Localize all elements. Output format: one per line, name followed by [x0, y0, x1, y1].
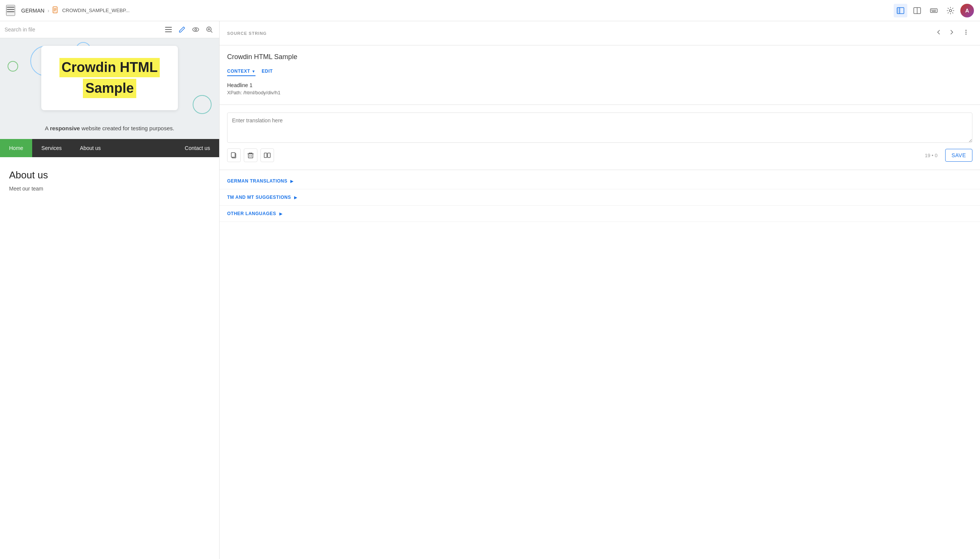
file-type-icon — [52, 7, 59, 15]
svg-point-18 — [949, 10, 952, 12]
svg-rect-1 — [7, 9, 14, 10]
tm-mt-section: TM AND MT SUGGESTIONS ▶ — [219, 189, 980, 206]
tm-mt-header[interactable]: TM AND MT SUGGESTIONS ▶ — [219, 189, 980, 205]
svg-rect-14 — [933, 10, 934, 10]
german-translations-header[interactable]: GERMAN TRANSLATIONS ▶ — [219, 173, 980, 189]
svg-point-22 — [193, 28, 199, 31]
svg-rect-20 — [165, 29, 172, 30]
context-tab[interactable]: CONTEXT ▼ — [227, 67, 256, 76]
settings-btn[interactable] — [944, 4, 957, 17]
svg-rect-13 — [931, 10, 932, 10]
avatar-initials: A — [960, 4, 974, 17]
nav-item-about[interactable]: About us — [71, 139, 110, 157]
preview-area: Crowdin HTML Sample A responsive website… — [0, 38, 219, 559]
context-tabs: CONTEXT ▼ EDIT — [227, 67, 972, 76]
tm-mt-label: TM AND MT SUGGESTIONS — [227, 195, 291, 200]
svg-rect-21 — [165, 31, 172, 32]
svg-rect-4 — [54, 8, 56, 9]
split-string-btn[interactable] — [261, 149, 274, 162]
svg-point-28 — [966, 30, 967, 31]
preview-nav: Home Services About us Contact us — [0, 139, 219, 157]
keyboard-btn[interactable] — [927, 4, 940, 17]
more-options-btn[interactable] — [960, 27, 972, 39]
section-subtitle: Meet our team — [9, 185, 210, 192]
source-string-label: SOURCE STRING — [227, 31, 932, 36]
other-languages-label: OTHER LANGUAGES — [227, 211, 276, 216]
svg-point-23 — [195, 29, 197, 31]
deco-circle-3 — [8, 61, 18, 71]
nav-item-contact[interactable]: Contact us — [176, 139, 219, 157]
char-zero: 0 — [935, 153, 937, 158]
context-info: Headline 1 XPath: /html/body/div/h1 — [227, 81, 972, 97]
list-view-btn[interactable] — [163, 24, 174, 35]
svg-rect-33 — [248, 154, 253, 158]
edit-mode-btn[interactable] — [177, 24, 187, 35]
breadcrumb-separator: › — [47, 8, 49, 14]
svg-rect-40 — [264, 153, 267, 157]
hero-title-line2: Sample — [83, 79, 136, 98]
deco-circle-5 — [193, 95, 211, 114]
desc-after: website created for testing purposes. — [80, 125, 174, 131]
source-string-text: Crowdin HTML Sample — [227, 53, 972, 61]
nav-item-home[interactable]: Home — [0, 139, 32, 157]
svg-rect-2 — [7, 12, 14, 12]
file-name: CROWDIN_SAMPLE_WEBP... — [62, 8, 129, 13]
avatar[interactable]: A — [960, 4, 974, 17]
search-bar — [0, 21, 219, 38]
preview-description: A responsive website created for testing… — [0, 118, 219, 139]
desc-bold: responsive — [50, 125, 80, 131]
edit-tab-label: EDIT — [262, 69, 272, 74]
hero-title-line1: Crowdin HTML — [59, 58, 160, 77]
preview-content: About us Meet our team — [0, 157, 219, 559]
svg-rect-8 — [897, 8, 900, 14]
svg-rect-16 — [935, 10, 936, 10]
svg-line-25 — [211, 31, 212, 33]
translation-input[interactable] — [227, 112, 972, 143]
char-count-value: 19 — [925, 153, 930, 158]
hero-card: Crowdin HTML Sample — [41, 46, 178, 110]
svg-rect-41 — [267, 153, 270, 157]
german-translations-section: GERMAN TRANSLATIONS ▶ — [219, 173, 980, 189]
other-languages-header[interactable]: OTHER LANGUAGES ▶ — [219, 206, 980, 222]
char-count: 19 • 0 — [925, 153, 938, 158]
prev-string-btn[interactable] — [932, 27, 945, 39]
other-languages-arrow: ▶ — [279, 212, 283, 216]
right-panel: SOURCE STRING Crowdin HTML — [219, 21, 980, 559]
german-translations-arrow: ▶ — [290, 179, 294, 183]
svg-rect-19 — [165, 27, 172, 28]
char-dot: • — [932, 153, 934, 158]
search-input[interactable] — [5, 26, 160, 33]
copy-source-btn[interactable] — [227, 149, 241, 162]
svg-point-30 — [966, 34, 967, 35]
context-xpath: XPath: /html/body/div/h1 — [227, 90, 972, 96]
save-button[interactable]: SAVE — [945, 149, 972, 162]
edit-tab[interactable]: EDIT — [262, 67, 272, 76]
tm-mt-arrow: ▶ — [294, 195, 297, 200]
context-tab-arrow: ▼ — [252, 69, 256, 73]
header-actions: A — [894, 4, 974, 17]
preview-decorative: Crowdin HTML Sample — [0, 38, 219, 118]
sidebar-layout-btn[interactable] — [894, 4, 907, 17]
svg-rect-32 — [231, 153, 235, 157]
svg-rect-15 — [934, 10, 935, 10]
zoom-btn[interactable] — [204, 24, 214, 35]
source-string-header: SOURCE STRING — [219, 21, 980, 45]
svg-rect-6 — [54, 11, 56, 12]
next-string-btn[interactable] — [945, 27, 958, 39]
context-headline: Headline 1 — [227, 82, 972, 88]
translation-toolbar: 19 • 0 SAVE — [227, 149, 972, 162]
svg-rect-0 — [7, 7, 14, 8]
delete-translation-btn[interactable] — [244, 149, 257, 162]
source-string-content: Crowdin HTML Sample CONTEXT ▼ EDIT Headl… — [219, 45, 980, 105]
translation-area: 19 • 0 SAVE — [219, 105, 980, 170]
preview-btn[interactable] — [190, 24, 201, 35]
desc-before: A — [45, 125, 50, 131]
suggestions-area: GERMAN TRANSLATIONS ▶ TM AND MT SUGGESTI… — [219, 170, 980, 559]
svg-point-29 — [966, 32, 967, 33]
project-name[interactable]: GERMAN — [21, 8, 44, 14]
context-tab-label: CONTEXT — [227, 69, 250, 74]
menu-icon[interactable] — [6, 5, 15, 16]
main-content: Crowdin HTML Sample A responsive website… — [0, 21, 980, 559]
nav-item-services[interactable]: Services — [32, 139, 71, 157]
editor-layout-btn[interactable] — [910, 4, 924, 17]
